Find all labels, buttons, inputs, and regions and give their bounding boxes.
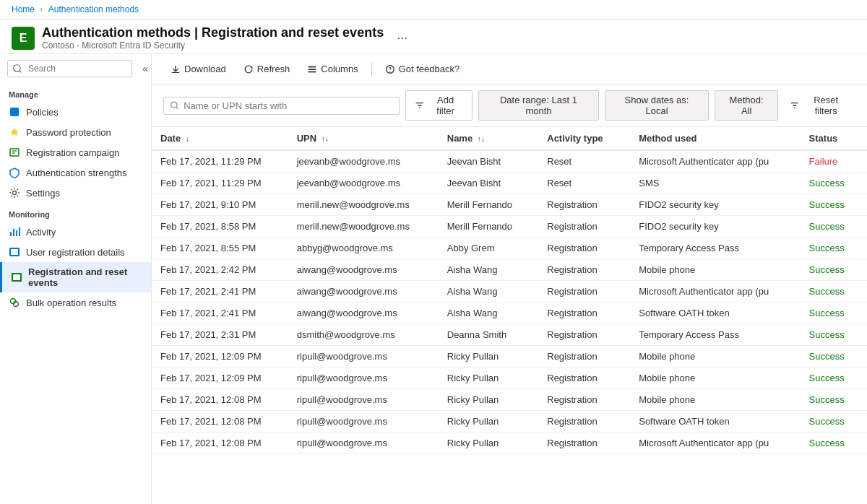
svg-rect-18 bbox=[309, 71, 316, 72]
reset-filters-button[interactable]: Reset filters bbox=[784, 91, 855, 120]
table-row[interactable]: Feb 17, 2021, 12:09 PM ripull@woodgrove.… bbox=[152, 368, 867, 389]
cell-upn: ripull@woodgrove.ms bbox=[288, 346, 439, 368]
cell-upn: ripull@woodgrove.ms bbox=[288, 411, 439, 433]
bulk-icon bbox=[9, 297, 20, 308]
cell-activity-type: Registration bbox=[538, 389, 630, 411]
table-body: Feb 17, 2021, 11:29 PM jeevanb@woodgrove… bbox=[152, 150, 867, 454]
svg-point-21 bbox=[171, 102, 177, 108]
cell-date: Feb 17, 2021, 11:29 PM bbox=[152, 150, 288, 173]
col-header-date[interactable]: Date ↓ bbox=[152, 127, 288, 150]
cell-activity-type: Registration bbox=[538, 238, 630, 259]
breadcrumb: Home › Authentication methods bbox=[0, 0, 867, 19]
sidebar-item-label: Registration campaign bbox=[26, 147, 119, 158]
table-row[interactable]: Feb 17, 2021, 2:41 PM aiwang@woodgrove.m… bbox=[152, 281, 867, 303]
reset-icon bbox=[790, 100, 799, 110]
table-row[interactable]: Feb 17, 2021, 12:09 PM ripull@woodgrove.… bbox=[152, 346, 867, 368]
sidebar-item-user-registration-details[interactable]: User registration details bbox=[0, 242, 151, 262]
cell-method-used: Mobile phone bbox=[630, 346, 800, 368]
svg-line-22 bbox=[176, 107, 178, 108]
col-header-activity-type[interactable]: Activity type bbox=[538, 127, 630, 150]
sidebar-item-bulk-operation-results[interactable]: Bulk operation results bbox=[0, 292, 151, 313]
search-input[interactable] bbox=[7, 60, 132, 77]
method-chip[interactable]: Method: All bbox=[715, 90, 778, 121]
refresh-button[interactable]: Refresh bbox=[236, 60, 298, 78]
org-subtitle: Contoso - Microsoft Entra ID Security bbox=[42, 40, 384, 51]
svg-rect-6 bbox=[10, 232, 12, 236]
sidebar-item-registration-reset-events[interactable]: Registration and reset events bbox=[0, 262, 151, 292]
cell-activity-type: Registration bbox=[538, 303, 630, 324]
sidebar-item-policies[interactable]: Policies bbox=[0, 102, 151, 122]
cell-method-used: Software OATH token bbox=[630, 411, 800, 433]
table-row[interactable]: Feb 17, 2021, 11:29 PM jeevanb@woodgrove… bbox=[152, 150, 867, 173]
svg-rect-7 bbox=[13, 229, 14, 236]
table-row[interactable]: Feb 17, 2021, 12:08 PM ripull@woodgrove.… bbox=[152, 389, 867, 411]
cell-status: Success bbox=[801, 433, 867, 454]
svg-rect-2 bbox=[10, 149, 19, 156]
breadcrumb-section[interactable]: Authentication methods bbox=[48, 4, 139, 14]
cell-method-used: Mobile phone bbox=[630, 259, 800, 281]
cell-status: Success bbox=[801, 194, 867, 216]
cell-status: Success bbox=[801, 259, 867, 281]
sidebar-item-label: User registration details bbox=[26, 247, 125, 258]
svg-rect-8 bbox=[16, 230, 17, 236]
cell-name: Ricky Pullan bbox=[439, 346, 539, 368]
col-header-upn[interactable]: UPN ↑↓ bbox=[288, 127, 439, 150]
svg-point-5 bbox=[13, 191, 17, 195]
sidebar-item-label: Authentication strengths bbox=[26, 168, 126, 178]
add-filter-button[interactable]: Add filter bbox=[405, 90, 473, 121]
table-row[interactable]: Feb 17, 2021, 12:08 PM ripull@woodgrove.… bbox=[152, 411, 867, 433]
table-header-row: Date ↓ UPN ↑↓ Name ↑↓ Activity type bbox=[152, 127, 867, 150]
cell-name: Abby Grem bbox=[439, 238, 539, 259]
cell-activity-type: Reset bbox=[538, 173, 630, 194]
feedback-button[interactable]: Got feedback? bbox=[378, 60, 467, 78]
manage-section-label: Manage bbox=[0, 83, 151, 102]
date-range-chip[interactable]: Date range: Last 1 month bbox=[478, 90, 599, 121]
cell-method-used: Mobile phone bbox=[630, 368, 800, 389]
svg-rect-0 bbox=[10, 108, 19, 116]
table-row[interactable]: Feb 17, 2021, 2:41 PM aiwang@woodgrove.m… bbox=[152, 303, 867, 324]
sidebar-item-authentication-strengths[interactable]: Authentication strengths bbox=[0, 162, 151, 183]
events-table: Date ↓ UPN ↑↓ Name ↑↓ Activity type bbox=[152, 127, 867, 454]
sidebar-search-container bbox=[0, 54, 139, 83]
collapse-button[interactable]: « bbox=[139, 60, 151, 77]
table-row[interactable]: Feb 17, 2021, 12:08 PM ripull@woodgrove.… bbox=[152, 433, 867, 454]
cell-upn: aiwang@woodgrove.ms bbox=[288, 259, 439, 281]
sidebar-item-settings[interactable]: Settings bbox=[0, 183, 151, 203]
more-icon[interactable]: ··· bbox=[397, 30, 407, 45]
table-row[interactable]: Feb 17, 2021, 8:55 PM abbyg@woodgrove.ms… bbox=[152, 238, 867, 259]
table-row[interactable]: Feb 17, 2021, 2:31 PM dsmith@woodgrove.m… bbox=[152, 324, 867, 346]
upn-search-input[interactable] bbox=[184, 100, 393, 111]
sidebar-item-activity[interactable]: Activity bbox=[0, 222, 151, 242]
sidebar: « Manage Policies Password protection Re… bbox=[0, 54, 152, 504]
col-header-method-used[interactable]: Method used bbox=[630, 127, 800, 150]
cell-date: Feb 17, 2021, 2:31 PM bbox=[152, 324, 288, 346]
cell-method-used: SMS bbox=[630, 173, 800, 194]
columns-button[interactable]: Columns bbox=[300, 60, 365, 78]
svg-rect-13 bbox=[13, 274, 20, 280]
table-row[interactable]: Feb 17, 2021, 8:58 PM merill.new@woodgro… bbox=[152, 216, 867, 238]
sidebar-item-label: Policies bbox=[26, 107, 59, 118]
cell-upn: ripull@woodgrove.ms bbox=[288, 368, 439, 389]
sidebar-item-registration-campaign[interactable]: Registration campaign bbox=[0, 142, 151, 162]
col-header-name[interactable]: Name ↑↓ bbox=[439, 127, 539, 150]
sidebar-item-password-protection[interactable]: Password protection bbox=[0, 122, 151, 142]
breadcrumb-home[interactable]: Home bbox=[12, 4, 35, 14]
refresh-icon bbox=[243, 64, 254, 74]
table-row[interactable]: Feb 17, 2021, 2:42 PM aiwang@woodgrove.m… bbox=[152, 259, 867, 281]
cell-status: Success bbox=[801, 411, 867, 433]
cell-status: Success bbox=[801, 389, 867, 411]
table-row[interactable]: Feb 17, 2021, 9:10 PM merill.new@woodgro… bbox=[152, 194, 867, 216]
cell-name: Ricky Pullan bbox=[439, 389, 539, 411]
svg-rect-17 bbox=[309, 69, 316, 70]
col-header-status[interactable]: Status bbox=[801, 127, 867, 150]
cell-upn: ripull@woodgrove.ms bbox=[288, 389, 439, 411]
cell-name: Merill Fernando bbox=[439, 194, 539, 216]
cell-activity-type: Registration bbox=[538, 281, 630, 303]
show-dates-chip[interactable]: Show dates as: Local bbox=[605, 90, 709, 121]
toolbar-divider bbox=[371, 62, 372, 77]
sidebar-item-label: Activity bbox=[26, 227, 56, 238]
cell-upn: aiwang@woodgrove.ms bbox=[288, 281, 439, 303]
download-button[interactable]: Download bbox=[163, 60, 233, 78]
cell-method-used: Software OATH token bbox=[630, 303, 800, 324]
table-row[interactable]: Feb 17, 2021, 11:29 PM jeevanb@woodgrove… bbox=[152, 173, 867, 194]
